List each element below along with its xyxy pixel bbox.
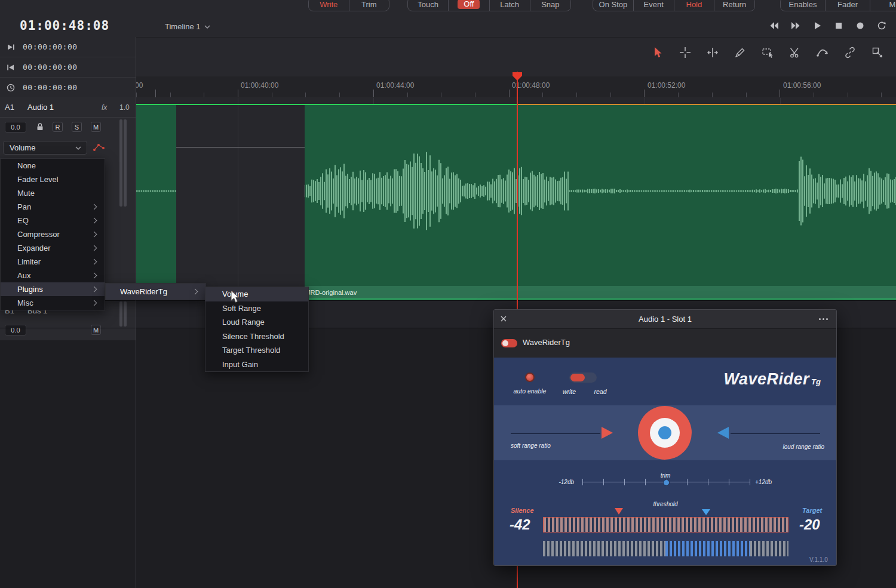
menu-item-pan[interactable]: Pan bbox=[1, 200, 105, 214]
plugin-name: WaveRiderTg bbox=[523, 338, 570, 347]
bus-level-value[interactable]: 0.0 bbox=[5, 325, 26, 335]
event-button[interactable]: Event bbox=[633, 0, 674, 11]
automation-touch-group: Touch Off Latch Snap bbox=[407, 0, 571, 11]
soft-range-arrow[interactable] bbox=[602, 427, 613, 439]
panel-border bbox=[136, 37, 136, 588]
menu-item-none[interactable]: None bbox=[1, 159, 105, 173]
main-ride-control[interactable] bbox=[638, 406, 692, 460]
automation-parameter-dropdown[interactable]: Volume bbox=[3, 141, 87, 155]
link-tool-icon[interactable] bbox=[843, 46, 857, 59]
plugin-window-titlebar[interactable]: Audio 1 - Slot 1 bbox=[494, 310, 836, 329]
bus-mute-button[interactable]: M bbox=[91, 325, 101, 335]
menu-item-volume[interactable]: Volume bbox=[205, 287, 308, 301]
menu-item-loud-range[interactable]: Loud Range bbox=[205, 315, 308, 330]
menu-item-waveridertg[interactable]: WaveRiderTg bbox=[106, 284, 205, 300]
timeline-selector[interactable]: Timeline 1 bbox=[165, 22, 210, 31]
waverider-logo: WaveRider Tg bbox=[724, 371, 821, 387]
track-fx-badge[interactable]: fx bbox=[102, 103, 107, 112]
menu-item-label: Fader Level bbox=[17, 175, 105, 184]
automation-enables-group: Enables Fader M bbox=[780, 0, 896, 11]
timecode-row-out[interactable]: 00:00:00:00 bbox=[0, 37, 136, 57]
mute-enable-button[interactable]: M bbox=[870, 0, 896, 11]
pencil-tool-icon[interactable] bbox=[734, 46, 747, 59]
solo-button[interactable]: S bbox=[72, 122, 82, 132]
playhead-marker[interactable] bbox=[512, 72, 523, 81]
plugin-enable-toggle[interactable] bbox=[501, 339, 517, 347]
submenu-arrow-icon bbox=[91, 287, 97, 293]
write-button[interactable]: Write bbox=[309, 0, 349, 11]
pointer-tool-icon[interactable] bbox=[651, 46, 664, 59]
timecode-row-duration[interactable]: 00:00:00:00 bbox=[0, 78, 136, 98]
menu-item-label: Target Threshold bbox=[222, 346, 308, 355]
menu-item-label: Input Gain bbox=[222, 360, 308, 369]
crosshair-tool-icon[interactable] bbox=[679, 46, 692, 59]
menu-item-expander[interactable]: Expander bbox=[1, 241, 105, 255]
auto-enable-button[interactable] bbox=[525, 372, 535, 382]
trim-tool-icon[interactable] bbox=[706, 46, 719, 59]
enables-button[interactable]: Enables bbox=[781, 0, 825, 11]
ruler-label: 01:00:56:00 bbox=[783, 81, 821, 90]
record-button[interactable] bbox=[855, 21, 865, 30]
trim-button[interactable]: Trim bbox=[349, 0, 389, 11]
automation-curve-tool-icon[interactable] bbox=[816, 46, 829, 59]
loop-button[interactable] bbox=[877, 21, 886, 30]
lock-icon[interactable] bbox=[36, 122, 44, 131]
plugin-header-strip: WaveRiderTg bbox=[494, 329, 836, 358]
trim-handle[interactable] bbox=[663, 479, 670, 486]
fast-forward-button[interactable] bbox=[791, 21, 800, 30]
track-name[interactable]: Audio 1 bbox=[27, 103, 54, 112]
audio-clip-main[interactable]: JRD-original.wav bbox=[305, 105, 896, 300]
menu-item-label: Silence Threshold bbox=[222, 332, 308, 341]
bus-meter-right bbox=[124, 301, 127, 327]
timecode-row-in[interactable]: 00:00:00:00 bbox=[0, 57, 136, 78]
submenu-arrow-icon bbox=[192, 289, 198, 295]
off-pill: Off bbox=[458, 0, 480, 9]
off-button[interactable]: Off bbox=[448, 0, 489, 11]
track-level-value[interactable]: 0.0 bbox=[5, 122, 26, 133]
gain-meter-blue bbox=[665, 541, 750, 556]
mute-button[interactable]: M bbox=[91, 122, 101, 132]
window-menu-icon[interactable] bbox=[819, 318, 828, 320]
menu-item-target-threshold[interactable]: Target Threshold bbox=[205, 343, 308, 358]
silence-threshold-marker[interactable] bbox=[615, 508, 623, 515]
menu-item-label: Limiter bbox=[17, 257, 92, 266]
menu-item-plugins[interactable]: Plugins bbox=[1, 282, 105, 296]
range-select-tool-icon[interactable] bbox=[761, 46, 774, 59]
menu-item-silence-threshold[interactable]: Silence Threshold bbox=[205, 330, 308, 344]
touch-button[interactable]: Touch bbox=[408, 0, 448, 11]
play-button[interactable] bbox=[812, 21, 822, 30]
record-arm-button[interactable]: R bbox=[53, 122, 63, 132]
silence-value: -42 bbox=[510, 516, 530, 533]
menu-item-label: Soft Range bbox=[222, 304, 308, 313]
transform-tool-icon[interactable] bbox=[871, 46, 884, 59]
hold-button[interactable]: Hold bbox=[674, 0, 714, 11]
menu-item-compressor[interactable]: Compressor bbox=[1, 227, 105, 241]
menu-item-eq[interactable]: EQ bbox=[1, 214, 105, 227]
track-id: A1 bbox=[5, 103, 14, 112]
menu-item-mute[interactable]: Mute bbox=[1, 186, 105, 200]
stop-button[interactable] bbox=[834, 21, 843, 30]
menu-item-aux[interactable]: Aux bbox=[1, 269, 105, 282]
loud-range-arrow[interactable] bbox=[717, 427, 729, 439]
menu-item-misc[interactable]: Misc bbox=[1, 296, 105, 310]
menu-item-fader-level[interactable]: Fader Level bbox=[1, 173, 105, 186]
target-threshold-marker[interactable] bbox=[702, 509, 710, 515]
chevron-down-icon bbox=[204, 25, 210, 29]
menu-item-limiter[interactable]: Limiter bbox=[1, 255, 105, 269]
menu-item-soft-range[interactable]: Soft Range bbox=[205, 301, 308, 316]
write-read-toggle[interactable] bbox=[569, 372, 597, 383]
latch-button[interactable]: Latch bbox=[489, 0, 530, 11]
fader-button[interactable]: Fader bbox=[825, 0, 870, 11]
automation-nodes-icon[interactable] bbox=[93, 143, 106, 152]
on-stop-button[interactable]: On Stop bbox=[593, 0, 633, 11]
snap-button[interactable]: Snap bbox=[530, 0, 570, 11]
ruler-label: 01:00:52:00 bbox=[648, 81, 685, 90]
waveform bbox=[305, 105, 896, 300]
plugin-window[interactable]: Audio 1 - Slot 1 WaveRiderTg auto enable… bbox=[493, 309, 837, 566]
plugins-submenu: WaveRiderTg bbox=[105, 283, 206, 300]
menu-item-input-gain[interactable]: Input Gain bbox=[205, 358, 308, 372]
audio-clip-left[interactable] bbox=[136, 105, 176, 300]
scissors-tool-icon[interactable] bbox=[788, 46, 802, 59]
return-button[interactable]: Return bbox=[714, 0, 754, 11]
rewind-button[interactable] bbox=[769, 21, 779, 30]
